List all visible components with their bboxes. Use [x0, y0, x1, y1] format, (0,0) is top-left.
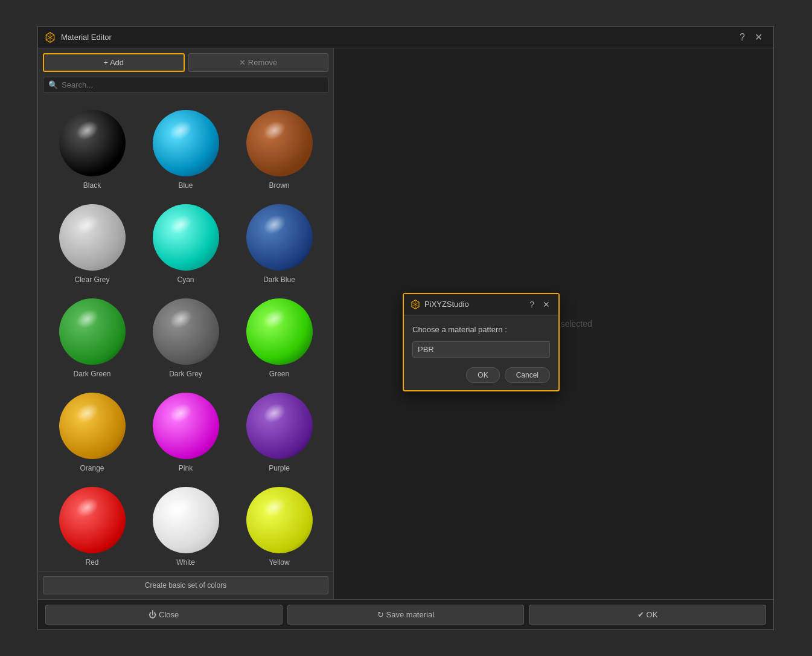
dialog-ok-button[interactable]: OK — [466, 367, 499, 383]
material-item-white[interactable]: White — [139, 480, 232, 571]
sphere-yellow — [246, 487, 313, 553]
material-label-white: White — [176, 558, 195, 567]
dialog-close-button[interactable]: ✕ — [540, 300, 552, 309]
material-item-darkblue[interactable]: Dark Blue — [232, 197, 326, 291]
sphere-red — [59, 487, 126, 553]
footer-ok-button[interactable]: ✔ OK — [529, 605, 766, 625]
sphere-white — [153, 487, 219, 553]
titlebar: Material Editor ? ✕ — [38, 27, 773, 48]
material-item-red[interactable]: Red — [45, 480, 139, 571]
sphere-cleargrey — [59, 204, 126, 271]
material-item-purple[interactable]: Purple — [232, 385, 326, 480]
right-panel: No Material selected PiXYZStudio ? ✕ Ch — [334, 48, 773, 599]
material-item-yellow[interactable]: Yellow — [232, 480, 326, 571]
material-item-green[interactable]: Green — [232, 291, 326, 385]
material-item-darkgrey[interactable]: Dark Grey — [139, 291, 232, 385]
material-item-cleargrey[interactable]: Clear Grey — [45, 197, 139, 291]
pattern-select[interactable]: PBR Phong Unlit — [412, 341, 550, 358]
material-label-cleargrey: Clear Grey — [74, 275, 109, 284]
sphere-blue — [153, 110, 219, 176]
bottom-bar-left: Create basic set of colors — [38, 571, 333, 599]
sphere-purple — [246, 393, 313, 459]
material-item-orange[interactable]: Orange — [45, 385, 139, 480]
material-item-brown[interactable]: Brown — [232, 103, 326, 197]
dialog-select-row: PBR Phong Unlit — [412, 341, 550, 358]
dialog-help-button[interactable]: ? — [527, 300, 537, 309]
remove-button[interactable]: ✕ Remove — [188, 53, 329, 72]
sphere-green — [246, 298, 313, 365]
material-label-pink: Pink — [179, 464, 193, 472]
material-item-cyan[interactable]: Cyan — [139, 197, 232, 291]
search-bar: 🔍 — [43, 77, 328, 93]
dialog-body: Choose a material pattern : PBR Phong Un… — [404, 315, 558, 390]
sphere-cyan — [153, 204, 219, 271]
materials-grid: BlackBlueBrownClear GreyCyanDark BlueDar… — [38, 98, 333, 571]
close-window-button[interactable]: ✕ — [750, 33, 767, 42]
material-label-orange: Orange — [80, 464, 104, 472]
dialog-overlay: PiXYZStudio ? ✕ Choose a material patter… — [334, 48, 773, 599]
dialog-titlebar: PiXYZStudio ? ✕ — [404, 294, 558, 315]
window-body: + Add ✕ Remove 🔍 BlackBlueBrownClear Gre… — [38, 48, 773, 599]
material-label-cyan: Cyan — [177, 275, 194, 284]
material-item-black[interactable]: Black — [45, 103, 139, 197]
footer: ⏻ Close ↻ Save material ✔ OK — [38, 599, 773, 629]
material-label-darkblue: Dark Blue — [263, 275, 295, 284]
create-basic-set-button[interactable]: Create basic set of colors — [43, 576, 328, 594]
sphere-darkblue — [246, 204, 313, 271]
window-title: Material Editor — [61, 33, 735, 42]
search-input[interactable] — [62, 80, 323, 89]
left-panel: + Add ✕ Remove 🔍 BlackBlueBrownClear Gre… — [38, 48, 334, 599]
dialog-cancel-button[interactable]: Cancel — [505, 367, 550, 383]
sphere-black — [59, 110, 126, 176]
sphere-brown — [246, 110, 313, 176]
help-button[interactable]: ? — [735, 33, 750, 42]
material-label-blue: Blue — [178, 181, 193, 190]
sphere-darkgrey — [153, 298, 219, 365]
material-label-brown: Brown — [269, 181, 289, 190]
toolbar: + Add ✕ Remove — [38, 48, 333, 77]
app-logo-icon — [44, 31, 56, 43]
sphere-darkgreen — [59, 298, 126, 365]
search-icon: 🔍 — [48, 80, 58, 89]
material-editor-window: Material Editor ? ✕ + Add ✕ Remove 🔍 Bla… — [37, 26, 774, 630]
material-label-red: Red — [85, 558, 98, 567]
material-label-darkgrey: Dark Grey — [169, 370, 202, 378]
footer-close-button[interactable]: ⏻ Close — [45, 605, 283, 625]
footer-save-button[interactable]: ↻ Save material — [287, 605, 525, 625]
material-label-darkgreen: Dark Green — [73, 370, 110, 378]
material-item-blue[interactable]: Blue — [139, 103, 232, 197]
add-button[interactable]: + Add — [43, 53, 185, 72]
material-label-purple: Purple — [269, 464, 290, 472]
material-item-pink[interactable]: Pink — [139, 385, 232, 480]
material-label-green: Green — [269, 370, 289, 378]
dialog-prompt: Choose a material pattern : — [412, 325, 550, 334]
dialog-title: PiXYZStudio — [424, 300, 523, 309]
dialog-logo-icon — [410, 299, 421, 310]
material-label-yellow: Yellow — [269, 558, 289, 567]
sphere-orange — [59, 393, 126, 459]
material-pattern-dialog: PiXYZStudio ? ✕ Choose a material patter… — [403, 293, 560, 391]
dialog-actions: OK Cancel — [412, 367, 550, 383]
sphere-pink — [153, 393, 219, 459]
material-item-darkgreen[interactable]: Dark Green — [45, 291, 139, 385]
material-label-black: Black — [83, 181, 101, 190]
